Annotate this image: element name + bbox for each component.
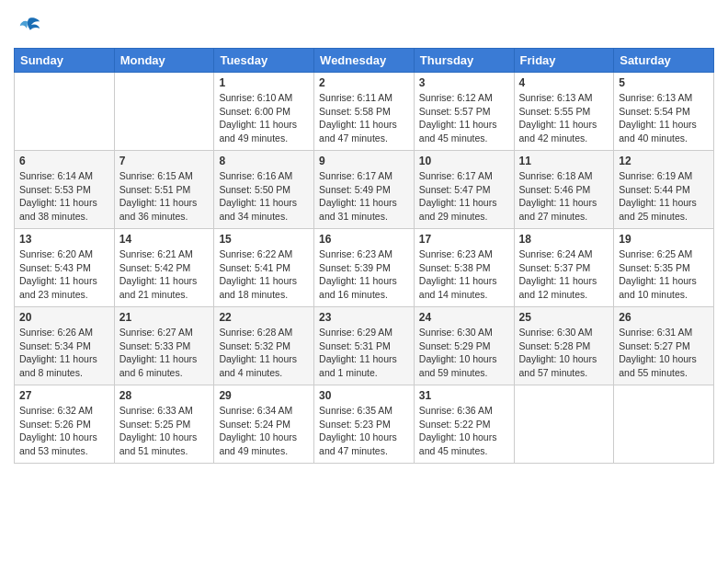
day-number: 12	[619, 155, 709, 167]
daylight-text: Daylight: 11 hours and 18 minutes.	[219, 275, 297, 300]
calendar-cell: 13 Sunrise: 6:20 AM Sunset: 5:43 PM Dayl…	[15, 229, 115, 307]
sunrise-text: Sunrise: 6:28 AM	[219, 327, 292, 338]
calendar-cell: 6 Sunrise: 6:14 AM Sunset: 5:53 PM Dayli…	[15, 151, 115, 229]
day-number: 25	[519, 311, 609, 324]
cell-content: Sunrise: 6:23 AM Sunset: 5:39 PM Dayligh…	[319, 247, 409, 302]
day-number: 29	[219, 389, 309, 402]
calendar-cell: 14 Sunrise: 6:21 AM Sunset: 5:42 PM Dayl…	[114, 229, 214, 307]
daylight-text: Daylight: 11 hours and 27 minutes.	[519, 197, 597, 222]
daylight-text: Daylight: 11 hours and 45 minutes.	[419, 119, 497, 144]
sunrise-text: Sunrise: 6:11 AM	[319, 92, 392, 103]
calendar-cell: 9 Sunrise: 6:17 AM Sunset: 5:49 PM Dayli…	[314, 151, 415, 229]
calendar-cell: 4 Sunrise: 6:13 AM Sunset: 5:55 PM Dayli…	[514, 73, 614, 151]
daylight-text: Daylight: 10 hours and 47 minutes.	[319, 431, 397, 456]
sunset-text: Sunset: 5:54 PM	[619, 106, 690, 117]
daylight-text: Daylight: 11 hours and 40 minutes.	[619, 119, 697, 144]
daylight-text: Daylight: 11 hours and 29 minutes.	[419, 197, 497, 222]
calendar-cell: 12 Sunrise: 6:19 AM Sunset: 5:44 PM Dayl…	[614, 151, 714, 229]
sunrise-text: Sunrise: 6:23 AM	[319, 248, 392, 259]
day-number: 6	[19, 155, 109, 167]
day-number: 3	[419, 76, 509, 89]
sunrise-text: Sunrise: 6:20 AM	[19, 248, 93, 259]
sunrise-text: Sunrise: 6:21 AM	[119, 248, 193, 259]
cell-content: Sunrise: 6:24 AM Sunset: 5:37 PM Dayligh…	[519, 247, 609, 302]
day-number: 23	[319, 311, 409, 324]
day-number: 27	[19, 389, 109, 402]
sunrise-text: Sunrise: 6:32 AM	[19, 405, 93, 416]
sunset-text: Sunset: 5:47 PM	[419, 184, 491, 195]
daylight-text: Daylight: 11 hours and 42 minutes.	[519, 119, 597, 144]
day-number: 26	[619, 311, 709, 324]
daylight-text: Daylight: 11 hours and 36 minutes.	[119, 197, 198, 222]
daylight-text: Daylight: 11 hours and 31 minutes.	[319, 197, 397, 222]
calendar-cell: 23 Sunrise: 6:29 AM Sunset: 5:31 PM Dayl…	[314, 307, 415, 385]
cell-content: Sunrise: 6:36 AM Sunset: 5:22 PM Dayligh…	[419, 404, 509, 458]
daylight-text: Daylight: 11 hours and 6 minutes.	[119, 353, 198, 378]
daylight-text: Daylight: 10 hours and 45 minutes.	[419, 431, 497, 456]
sunrise-text: Sunrise: 6:27 AM	[119, 327, 193, 338]
calendar-table: SundayMondayTuesdayWednesdayThursdayFrid…	[14, 48, 714, 464]
day-number: 11	[519, 155, 609, 167]
calendar-cell: 28 Sunrise: 6:33 AM Sunset: 5:25 PM Dayl…	[114, 385, 214, 464]
sunrise-text: Sunrise: 6:30 AM	[519, 327, 593, 338]
calendar-cell: 3 Sunrise: 6:12 AM Sunset: 5:57 PM Dayli…	[414, 73, 514, 151]
day-number: 9	[319, 155, 409, 167]
sunrise-text: Sunrise: 6:12 AM	[419, 92, 493, 103]
cell-content: Sunrise: 6:22 AM Sunset: 5:41 PM Dayligh…	[219, 247, 309, 302]
calendar-cell: 22 Sunrise: 6:28 AM Sunset: 5:32 PM Dayl…	[214, 307, 314, 385]
daylight-text: Daylight: 10 hours and 53 minutes.	[19, 431, 97, 456]
sunrise-text: Sunrise: 6:25 AM	[619, 248, 692, 259]
calendar-cell: 25 Sunrise: 6:30 AM Sunset: 5:28 PM Dayl…	[514, 307, 614, 385]
daylight-text: Daylight: 10 hours and 57 minutes.	[519, 353, 597, 378]
cell-content: Sunrise: 6:20 AM Sunset: 5:43 PM Dayligh…	[19, 247, 109, 302]
calendar-cell: 29 Sunrise: 6:34 AM Sunset: 5:24 PM Dayl…	[214, 385, 314, 464]
page-header	[14, 9, 714, 40]
day-number: 17	[419, 233, 509, 246]
sunset-text: Sunset: 5:55 PM	[519, 106, 591, 117]
calendar-cell	[114, 73, 214, 151]
daylight-text: Daylight: 11 hours and 10 minutes.	[619, 275, 697, 300]
day-number: 30	[319, 389, 409, 402]
cell-content: Sunrise: 6:34 AM Sunset: 5:24 PM Dayligh…	[219, 404, 309, 458]
sunrise-text: Sunrise: 6:29 AM	[319, 327, 392, 338]
calendar-week-row: 20 Sunrise: 6:26 AM Sunset: 5:34 PM Dayl…	[15, 307, 714, 385]
calendar-day-header: Sunday	[15, 49, 115, 73]
calendar-cell	[614, 385, 714, 464]
day-number: 15	[219, 233, 309, 246]
sunset-text: Sunset: 5:28 PM	[519, 340, 591, 351]
sunset-text: Sunset: 5:29 PM	[419, 340, 491, 351]
day-number: 1	[219, 76, 309, 89]
calendar-cell: 1 Sunrise: 6:10 AM Sunset: 6:00 PM Dayli…	[214, 73, 314, 151]
calendar-cell	[15, 73, 115, 151]
sunset-text: Sunset: 5:35 PM	[619, 262, 690, 273]
cell-content: Sunrise: 6:27 AM Sunset: 5:33 PM Dayligh…	[119, 326, 210, 380]
cell-content: Sunrise: 6:19 AM Sunset: 5:44 PM Dayligh…	[619, 169, 709, 224]
calendar-cell: 21 Sunrise: 6:27 AM Sunset: 5:33 PM Dayl…	[114, 307, 214, 385]
daylight-text: Daylight: 11 hours and 34 minutes.	[219, 197, 297, 222]
day-number: 13	[19, 233, 109, 246]
sunrise-text: Sunrise: 6:36 AM	[419, 405, 493, 416]
sunset-text: Sunset: 5:31 PM	[319, 340, 391, 351]
daylight-text: Daylight: 11 hours and 25 minutes.	[619, 197, 697, 222]
day-number: 20	[19, 311, 109, 324]
sunset-text: Sunset: 5:38 PM	[419, 262, 491, 273]
sunrise-text: Sunrise: 6:26 AM	[19, 327, 93, 338]
daylight-text: Daylight: 11 hours and 4 minutes.	[219, 353, 297, 378]
sunset-text: Sunset: 5:50 PM	[219, 184, 290, 195]
calendar-cell: 16 Sunrise: 6:23 AM Sunset: 5:39 PM Dayl…	[314, 229, 415, 307]
day-number: 5	[619, 76, 709, 89]
sunset-text: Sunset: 5:25 PM	[119, 419, 191, 430]
day-number: 2	[319, 76, 409, 89]
calendar-week-row: 1 Sunrise: 6:10 AM Sunset: 6:00 PM Dayli…	[15, 73, 714, 151]
calendar-cell: 17 Sunrise: 6:23 AM Sunset: 5:38 PM Dayl…	[414, 229, 514, 307]
calendar-week-row: 13 Sunrise: 6:20 AM Sunset: 5:43 PM Dayl…	[15, 229, 714, 307]
cell-content: Sunrise: 6:11 AM Sunset: 5:58 PM Dayligh…	[319, 91, 409, 145]
calendar-day-header: Saturday	[614, 49, 714, 73]
sunset-text: Sunset: 5:51 PM	[119, 184, 191, 195]
sunset-text: Sunset: 5:41 PM	[219, 262, 290, 273]
calendar-header-row: SundayMondayTuesdayWednesdayThursdayFrid…	[15, 49, 714, 73]
calendar-cell: 20 Sunrise: 6:26 AM Sunset: 5:34 PM Dayl…	[15, 307, 115, 385]
daylight-text: Daylight: 10 hours and 59 minutes.	[419, 353, 497, 378]
calendar-cell: 24 Sunrise: 6:30 AM Sunset: 5:29 PM Dayl…	[414, 307, 514, 385]
sunset-text: Sunset: 5:22 PM	[419, 419, 491, 430]
